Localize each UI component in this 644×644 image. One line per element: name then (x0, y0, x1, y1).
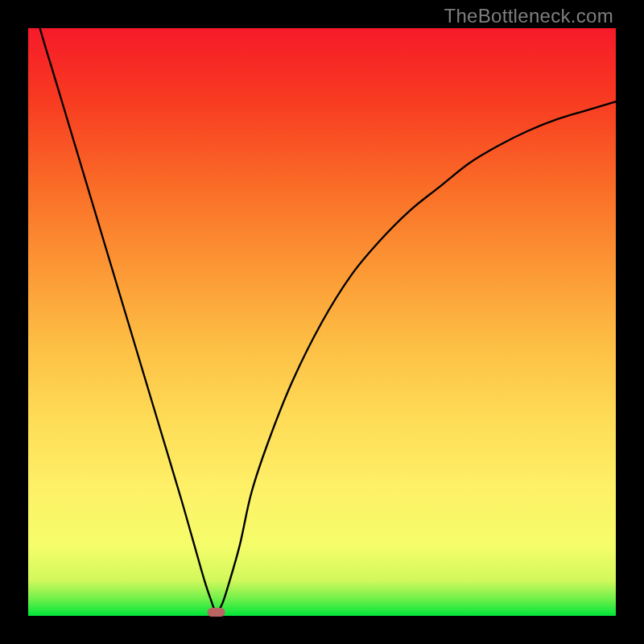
curve-layer (28, 28, 616, 616)
bottleneck-curve (28, 0, 616, 613)
min-marker (208, 608, 225, 617)
chart-frame: TheBottleneck.com (0, 0, 644, 644)
watermark-text: TheBottleneck.com (444, 5, 613, 27)
